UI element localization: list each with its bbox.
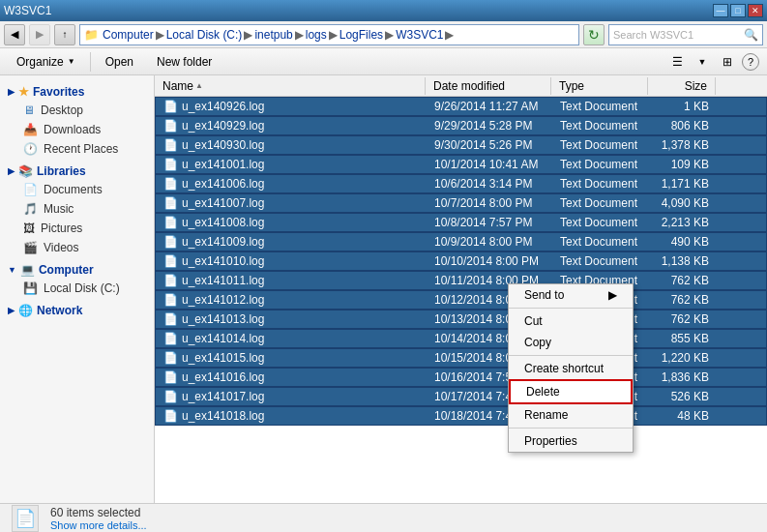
file-size: 1,220 KB: [649, 350, 717, 366]
ctx-copy[interactable]: Copy: [509, 332, 633, 353]
file-list[interactable]: 📄u_ex140926.log9/26/2014 11:27 AMText Do…: [155, 97, 767, 503]
open-button[interactable]: Open: [97, 51, 142, 73]
column-name-header[interactable]: Name ▲: [155, 77, 426, 95]
libraries-label: Libraries: [37, 164, 86, 178]
breadcrumb-local-disk[interactable]: Local Disk (C:): [166, 28, 243, 42]
sidebar-item-music[interactable]: 🎵 Music: [0, 199, 154, 219]
sidebar-item-downloads[interactable]: 📥 Downloads: [0, 120, 154, 139]
close-button[interactable]: ✕: [748, 4, 763, 17]
file-size: 526 KB: [649, 389, 717, 404]
file-icon: 📄: [163, 119, 178, 133]
sidebar-item-pictures[interactable]: 🖼 Pictures: [0, 219, 154, 238]
table-row[interactable]: 📄u_ex140930.log9/30/2014 5:26 PMText Doc…: [155, 135, 767, 155]
file-name: u_ex141014.log: [182, 332, 264, 345]
sidebar-item-videos[interactable]: 🎬 Videos: [0, 238, 154, 257]
file-icon: 📄: [163, 390, 178, 403]
file-size: 109 KB: [649, 157, 717, 172]
ctx-cut[interactable]: Cut: [509, 310, 633, 332]
toolbar: Organize ▼ Open New folder ☰ ▼ ⊞ ?: [0, 48, 767, 75]
music-icon: 🎵: [23, 202, 38, 216]
file-size: 806 KB: [649, 118, 717, 133]
minimize-button[interactable]: —: [713, 4, 728, 17]
table-row[interactable]: 📄u_ex141001.log10/1/2014 10:41 AMText Do…: [155, 155, 767, 174]
back-button[interactable]: ◀: [4, 24, 25, 45]
sidebar-item-local-disk[interactable]: 💾 Local Disk (C:): [0, 279, 154, 298]
breadcrumb-folder-icon: 📁: [84, 28, 99, 42]
table-row[interactable]: 📄u_ex141015.log10/15/2014 8:00 PMText Do…: [155, 348, 767, 368]
table-row[interactable]: 📄u_ex141013.log10/13/2014 8:00 PMText Do…: [155, 310, 767, 329]
ctx-delete[interactable]: Delete: [509, 379, 633, 404]
forward-button[interactable]: ▶: [29, 24, 50, 45]
help-button[interactable]: ?: [742, 53, 759, 71]
file-date: 10/9/2014 8:00 PM: [427, 234, 552, 250]
file-size: 855 KB: [649, 331, 717, 346]
sidebar-network-header[interactable]: ▶ 🌐 Network: [0, 302, 154, 319]
maximize-button[interactable]: □: [730, 4, 746, 17]
search-bar[interactable]: Search W3SVC1 🔍: [608, 24, 763, 45]
table-row[interactable]: 📄u_ex141018.log10/18/2014 7:42 PMText Do…: [155, 406, 767, 426]
ctx-send-to[interactable]: Send to ▶: [509, 284, 633, 306]
table-row[interactable]: 📄u_ex141008.log10/8/2014 7:57 PMText Doc…: [155, 213, 767, 232]
new-folder-button[interactable]: New folder: [148, 51, 221, 73]
sidebar-computer-header[interactable]: ▼ 💻 Computer: [0, 261, 154, 279]
breadcrumb-logfiles[interactable]: LogFiles: [339, 28, 383, 42]
sidebar-libraries-header[interactable]: ▶ 📚 Libraries: [0, 163, 154, 180]
file-type: Text Document: [552, 234, 649, 250]
ctx-create-shortcut[interactable]: Create shortcut: [509, 358, 633, 379]
file-name: u_ex141011.log: [182, 274, 264, 287]
ctx-properties[interactable]: Properties: [509, 430, 633, 452]
column-date-header[interactable]: Date modified: [426, 77, 551, 95]
table-row[interactable]: 📄u_ex141010.log10/10/2014 8:00 PMText Do…: [155, 251, 767, 271]
breadcrumb-inetpub[interactable]: inetpub: [254, 28, 292, 42]
table-row[interactable]: 📄u_ex141016.log10/16/2014 7:57 PMText Do…: [155, 368, 767, 387]
sidebar-item-documents[interactable]: 📄 Documents: [0, 180, 154, 199]
table-row[interactable]: 📄u_ex141012.log10/12/2014 8:00 PMText Do…: [155, 290, 767, 310]
file-name: u_ex141017.log: [182, 390, 264, 403]
table-row[interactable]: 📄u_ex140926.log9/26/2014 11:27 AMText Do…: [155, 97, 767, 116]
file-name: u_ex141008.log: [182, 216, 264, 229]
refresh-button[interactable]: ↻: [583, 24, 605, 45]
file-icon: 📄: [163, 293, 178, 307]
context-menu: Send to ▶ Cut Copy Create shortcut Delet…: [508, 283, 634, 453]
address-bar: ◀ ▶ ↑ 📁 Computer ▶ Local Disk (C:) ▶ ine…: [0, 21, 767, 48]
submenu-arrow-icon: ▶: [608, 288, 617, 302]
file-name: u_ex140930.log: [182, 138, 264, 152]
view-dropdown-button[interactable]: ▼: [692, 51, 713, 73]
organize-label: Organize: [16, 55, 64, 69]
organize-button[interactable]: Organize ▼: [8, 51, 84, 73]
view-large-icon-button[interactable]: ⊞: [717, 51, 738, 73]
file-size: 762 KB: [649, 292, 717, 308]
table-row[interactable]: 📄u_ex141006.log10/6/2014 3:14 PMText Doc…: [155, 174, 767, 193]
column-type-header[interactable]: Type: [551, 77, 648, 95]
status-details-link[interactable]: Show more details...: [50, 519, 147, 531]
breadcrumb-computer[interactable]: Computer: [103, 28, 154, 42]
title-bar: W3SVC1 — □ ✕: [0, 0, 767, 21]
table-row[interactable]: 📄u_ex141009.log10/9/2014 8:00 PMText Doc…: [155, 232, 767, 251]
up-button[interactable]: ↑: [54, 24, 75, 45]
file-icon: 📄: [163, 332, 178, 345]
sidebar-item-recent-places[interactable]: 🕐 Recent Places: [0, 139, 154, 159]
network-collapse-icon: ▶: [8, 306, 15, 315]
breadcrumb: 📁 Computer ▶ Local Disk (C:) ▶ inetpub ▶…: [79, 24, 579, 45]
view-details-button[interactable]: ☰: [666, 51, 688, 73]
favorites-collapse-icon: ▶: [8, 87, 15, 97]
file-date: 9/26/2014 11:27 AM: [427, 99, 552, 114]
favorites-label: Favorites: [33, 85, 84, 99]
desktop-icon: 🖥: [23, 103, 35, 117]
table-row[interactable]: 📄u_ex141007.log10/7/2014 8:00 PMText Doc…: [155, 193, 767, 213]
table-row[interactable]: 📄u_ex141017.log10/17/2014 7:42 PMText Do…: [155, 387, 767, 406]
file-size: 1 KB: [649, 99, 717, 114]
column-size-header[interactable]: Size: [648, 77, 716, 95]
sidebar-item-desktop[interactable]: 🖥 Desktop: [0, 101, 154, 120]
file-type: Text Document: [552, 99, 649, 114]
file-size: 1,378 KB: [649, 137, 717, 153]
breadcrumb-logs[interactable]: logs: [306, 28, 327, 42]
table-row[interactable]: 📄u_ex141014.log10/14/2014 8:00 PMText Do…: [155, 329, 767, 348]
sidebar-favorites-header[interactable]: ▶ ★ Favorites: [0, 83, 154, 101]
toolbar-separator: [90, 52, 91, 72]
table-row[interactable]: 📄u_ex141011.log10/11/2014 8:00 PMText Do…: [155, 271, 767, 290]
table-row[interactable]: 📄u_ex140929.log9/29/2014 5:28 PMText Doc…: [155, 116, 767, 135]
file-type: Text Document: [552, 253, 649, 269]
breadcrumb-w3svc1[interactable]: W3SVC1: [396, 28, 443, 42]
ctx-rename[interactable]: Rename: [509, 404, 633, 426]
